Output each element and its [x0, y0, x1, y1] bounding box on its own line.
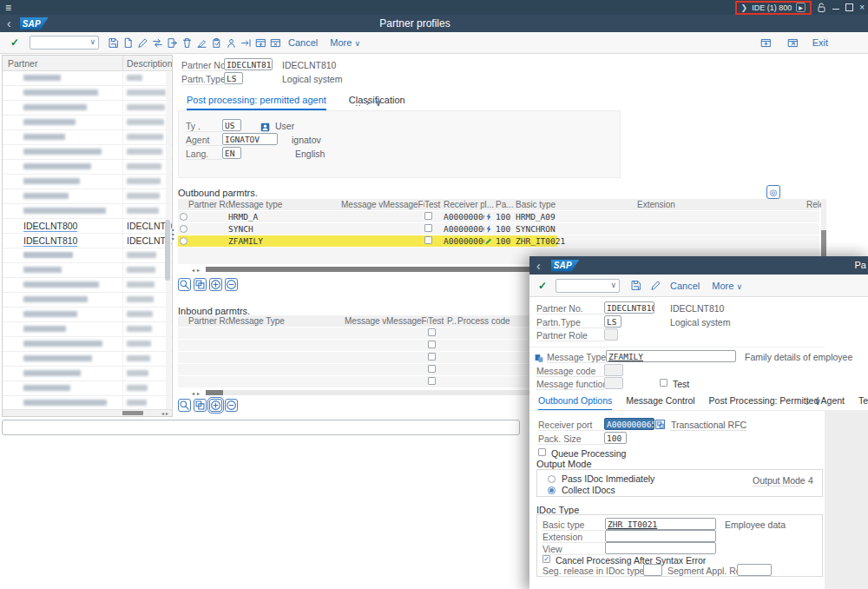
expand-window-icon[interactable] [253, 36, 268, 50]
outbound-row[interactable]: SYNCHA000000065100SYNCHRON [178, 223, 819, 235]
hamburger-menu-icon[interactable]: ≡ [5, 2, 11, 14]
basic-type-input[interactable]: ZHR_IT0021 [605, 518, 716, 530]
popup-test-checkbox[interactable] [660, 379, 667, 387]
popup-tab-2[interactable]: Message Control [626, 395, 694, 411]
partner-list-item[interactable] [3, 116, 172, 130]
extension-input[interactable] [605, 530, 716, 542]
detail-tab-1[interactable]: Post processing: permitted agent [187, 95, 326, 110]
popup-command-field[interactable] [556, 279, 620, 293]
test-checkbox[interactable] [428, 365, 436, 373]
row-select-radio[interactable] [180, 237, 187, 245]
popup-partner-role-input[interactable] [604, 328, 618, 341]
inbound-remove-row-icon[interactable] [225, 399, 238, 412]
test-checkbox[interactable] [428, 353, 436, 361]
popup-back-icon[interactable]: ‹ [536, 259, 541, 273]
inbound-zoom-icon[interactable] [178, 399, 191, 412]
agent-input[interactable]: IGNATOV [222, 133, 278, 145]
partner-list-item[interactable] [3, 352, 172, 367]
restore-icon[interactable] [845, 3, 853, 11]
edit-line-icon[interactable] [194, 36, 209, 50]
popup-message-function-input[interactable] [604, 377, 623, 389]
partner-list-item[interactable] [3, 101, 172, 116]
partner-list-item[interactable] [3, 308, 172, 322]
more-menu[interactable]: More ∨ [330, 37, 360, 48]
outbound-remove-row-icon[interactable] [225, 278, 238, 291]
play-icon[interactable]: ▶ [796, 3, 806, 12]
row-select-radio[interactable] [180, 225, 187, 233]
outbound-add-row-icon[interactable] [209, 278, 222, 291]
receiver-port-valuehelp-icon[interactable] [655, 420, 665, 429]
popup-tab-scroll-right-icon[interactable]: › [806, 396, 809, 408]
cancel-after-syntax-checkbox[interactable]: ✓ [542, 555, 550, 563]
receiver-port-input[interactable]: A000000065 [604, 418, 654, 430]
output-mode-radio[interactable] [548, 486, 556, 494]
partner-list-item[interactable] [3, 322, 172, 337]
partner-list-hscrollbar[interactable]: ◂▸ [3, 409, 172, 416]
save-icon[interactable] [106, 36, 121, 50]
close-session-icon[interactable] [268, 36, 283, 50]
partner-list-item[interactable] [3, 86, 172, 101]
queue-processing-checkbox[interactable] [538, 448, 546, 456]
tab-scroll-right-icon[interactable]: › [366, 96, 370, 109]
test-checkbox[interactable] [424, 236, 432, 244]
partner-list-item[interactable] [3, 367, 172, 381]
exit-button[interactable]: Exit [812, 37, 828, 48]
seg-release-input[interactable] [643, 564, 662, 576]
row-select-radio[interactable] [180, 213, 187, 221]
transport-icon[interactable] [165, 36, 180, 50]
cancel-button[interactable]: Cancel [288, 37, 318, 48]
partner-list-item[interactable] [3, 263, 172, 278]
popup-save-icon[interactable] [628, 278, 643, 293]
column-header-description[interactable]: Description [122, 56, 172, 70]
popup-more-menu[interactable]: More ∨ [712, 281, 742, 291]
output-mode-radio[interactable] [548, 475, 556, 483]
goto-icon[interactable] [239, 36, 253, 50]
unlock-icon[interactable] [818, 3, 826, 13]
popup-tab-list-dropdown-icon[interactable]: ∨ [814, 396, 821, 408]
table-settings-icon[interactable]: ◎ [766, 185, 780, 199]
close-icon[interactable]: × [859, 0, 865, 15]
partner-list-item[interactable] [3, 248, 172, 263]
test-checkbox[interactable] [428, 328, 436, 336]
pack-size-input[interactable]: 100 [604, 432, 627, 444]
partner-list-item[interactable] [3, 293, 172, 308]
segment-appl-input[interactable] [737, 564, 772, 576]
partner-list-item[interactable]: IDECLNT800IDECLNT800 [3, 219, 172, 234]
partner-list-item[interactable] [3, 160, 172, 175]
display-change-icon[interactable] [135, 36, 150, 50]
popup-partn-type-input[interactable]: LS [604, 315, 621, 328]
test-checkbox[interactable] [424, 224, 432, 232]
partner-list-item[interactable] [3, 189, 172, 204]
outbound-copy-icon[interactable] [194, 278, 207, 291]
partner-list-item[interactable] [3, 145, 172, 160]
popup-tab-3[interactable]: Post Processing: Permitted Agent [709, 395, 845, 411]
test-checkbox[interactable] [424, 212, 432, 220]
test-checkbox[interactable] [428, 341, 436, 348]
popup-display-change-icon[interactable] [648, 278, 663, 293]
new-window-icon[interactable] [759, 36, 773, 50]
status-message-field[interactable] [2, 420, 520, 435]
column-header-partner[interactable]: Partner [3, 56, 122, 70]
partn-type-input[interactable]: LS [224, 72, 243, 84]
compare-icon[interactable] [150, 36, 165, 50]
copy-icon[interactable] [121, 36, 135, 50]
enter-check-icon[interactable]: ✓ [10, 36, 19, 49]
popup-tab-4[interactable]: Tel... [858, 395, 868, 411]
output-mode-option[interactable]: Collect IDocs [546, 484, 654, 495]
popup-message-type-input[interactable]: ZFAMILY [606, 350, 736, 362]
command-field[interactable] [30, 36, 99, 50]
check-document-icon[interactable] [209, 36, 224, 50]
agent-icon[interactable] [224, 36, 239, 50]
partner-list-item[interactable] [3, 71, 172, 86]
popup-partner-no-input[interactable]: IDECLNT810 [604, 301, 654, 314]
inbound-copy-icon[interactable] [194, 399, 207, 412]
partner-list-item[interactable] [3, 130, 172, 145]
partner-no-input[interactable]: IDECLNT810 [224, 58, 273, 70]
partner-list-item[interactable] [3, 175, 172, 189]
test-checkbox[interactable] [428, 377, 436, 385]
system-chevron-icon[interactable]: ❯ [741, 3, 748, 12]
view-input[interactable] [605, 542, 716, 554]
pane-splitter-handle[interactable]: ••• [172, 228, 175, 241]
agent-type-input[interactable]: US [222, 119, 241, 131]
output-mode-option[interactable]: Pass IDoc Immediately [546, 473, 654, 484]
